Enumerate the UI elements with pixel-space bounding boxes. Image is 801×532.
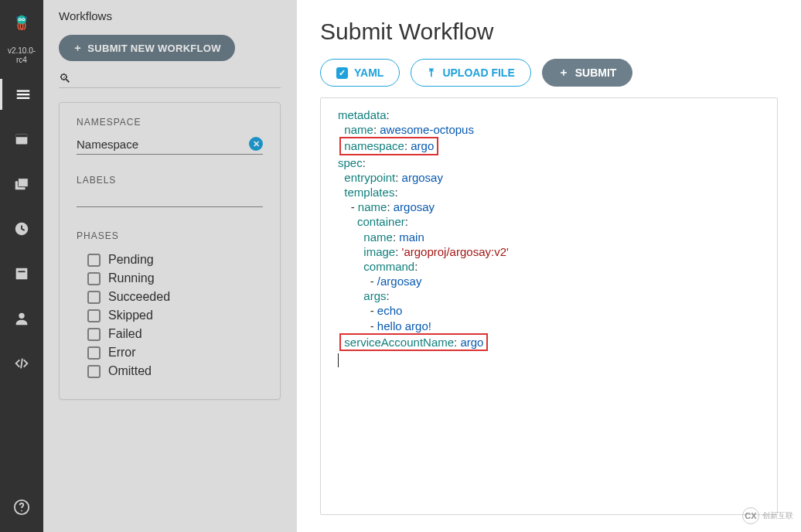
upload-icon: ⤒ (427, 66, 436, 79)
check-icon: ✓ (336, 67, 348, 79)
checkbox[interactable] (87, 254, 101, 267)
svg-rect-13 (18, 179, 28, 187)
namespace-section-label: NAMESPACE (77, 117, 263, 128)
plus-icon: ＋ (558, 66, 569, 80)
checkbox[interactable] (87, 365, 101, 378)
phase-succeeded[interactable]: Succeeded (77, 288, 263, 306)
svg-rect-8 (16, 94, 29, 95)
phase-pending[interactable]: Pending (77, 251, 263, 269)
checkbox[interactable] (87, 309, 101, 322)
phase-label: Succeeded (108, 290, 170, 304)
phases-section-label: PHASES (77, 230, 263, 241)
argo-logo (6, 6, 37, 37)
svg-rect-5 (16, 16, 18, 19)
checkbox[interactable] (87, 346, 101, 360)
search-input[interactable]: 🔍︎ (59, 72, 281, 88)
plus-icon: ＋ (73, 41, 83, 55)
version-label: v2.10.0-rc4 (8, 46, 36, 65)
nav-workflows[interactable] (0, 79, 43, 110)
phase-label: Skipped (108, 309, 153, 322)
nav-templates[interactable] (0, 124, 43, 155)
svg-rect-9 (16, 97, 29, 99)
checkbox[interactable] (87, 291, 101, 304)
submit-button[interactable]: ＋ SUBMIT (542, 59, 633, 87)
phase-failed[interactable]: Failed (77, 325, 263, 343)
nav-help[interactable] (0, 492, 43, 523)
nav-user[interactable] (0, 303, 43, 334)
svg-point-19 (21, 510, 22, 512)
phase-label: Failed (108, 327, 142, 341)
page-title: Workflows (59, 9, 281, 22)
phase-error[interactable]: Error (77, 343, 263, 362)
phase-running[interactable]: Running (77, 269, 263, 288)
svg-point-4 (22, 19, 24, 20)
labels-section-label: LABELS (77, 175, 263, 186)
svg-rect-11 (16, 135, 28, 138)
yaml-editor[interactable]: metadata: name: awesome-octopus namespac… (320, 97, 778, 515)
checkbox[interactable] (87, 328, 101, 341)
phase-label: Omitted (108, 364, 152, 378)
checkbox[interactable] (87, 272, 101, 285)
phase-label: Error (108, 346, 136, 360)
service-account-highlight: serviceAccountName: argo (339, 333, 488, 351)
svg-rect-15 (16, 268, 28, 280)
phase-skipped[interactable]: Skipped (77, 306, 263, 325)
upload-file-button[interactable]: ⤒ UPLOAD FILE (411, 59, 530, 87)
nav-code[interactable] (0, 348, 43, 379)
nav-archived[interactable] (0, 169, 43, 200)
namespace-highlight: namespace: argo (339, 137, 438, 155)
phase-label: Running (108, 271, 155, 285)
watermark: CX 创新互联 (742, 507, 793, 524)
submit-new-workflow-button[interactable]: ＋ SUBMIT NEW WORKFLOW (59, 35, 235, 61)
editor-cursor (338, 353, 339, 367)
svg-point-17 (19, 313, 24, 319)
svg-point-3 (19, 19, 21, 20)
svg-rect-16 (18, 271, 25, 272)
labels-field[interactable] (77, 206, 263, 207)
namespace-field[interactable]: Namespace (77, 138, 138, 151)
modal-title: Submit Workflow (320, 19, 778, 45)
nav-reports[interactable] (0, 258, 43, 289)
search-icon: 🔍︎ (59, 72, 71, 85)
phase-label: Pending (108, 253, 154, 267)
svg-rect-6 (25, 16, 26, 19)
nav-cron[interactable] (0, 213, 43, 244)
svg-rect-7 (16, 90, 29, 92)
clear-namespace-icon[interactable]: ✕ (249, 137, 263, 151)
yaml-toggle-button[interactable]: ✓ YAML (320, 59, 400, 87)
phase-omitted[interactable]: Omitted (77, 362, 263, 380)
